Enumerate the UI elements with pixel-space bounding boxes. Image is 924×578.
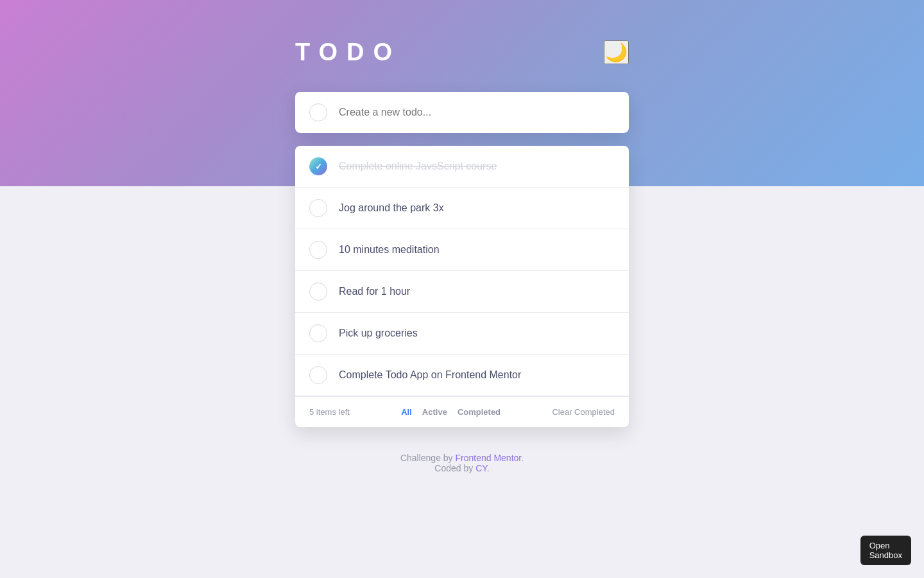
- app-title: TODO: [295, 39, 401, 66]
- todo-text-5: Pick up groceries: [339, 328, 615, 339]
- footer-credit: Challenge by Frontend Mentor. Coded by C…: [295, 453, 629, 473]
- credit-period2: .: [487, 463, 490, 473]
- credit-prefix: Challenge by: [400, 453, 456, 463]
- todo-checkbox-2[interactable]: [309, 199, 327, 217]
- new-todo-input[interactable]: [339, 107, 615, 118]
- todo-checkbox-4[interactable]: [309, 283, 327, 301]
- new-todo-circle-button[interactable]: [309, 103, 327, 121]
- todo-list-card: Complete online JavsScript course Jog ar…: [295, 146, 629, 427]
- items-left-count: 5 items left: [309, 407, 350, 417]
- theme-toggle-button[interactable]: 🌙: [604, 40, 629, 64]
- todo-item-1[interactable]: Complete online JavsScript course: [295, 146, 629, 188]
- todo-text-6: Complete Todo App on Frontend Mentor: [339, 369, 615, 381]
- todo-text-2: Jog around the park 3x: [339, 202, 615, 214]
- filter-all-button[interactable]: All: [401, 407, 412, 417]
- todo-item-6[interactable]: Complete Todo App on Frontend Mentor: [295, 355, 629, 396]
- sandbox-badge[interactable]: OpenSandbox: [860, 536, 911, 565]
- todo-item-5[interactable]: Pick up groceries: [295, 313, 629, 355]
- filter-completed-button[interactable]: Completed: [458, 407, 501, 417]
- todo-text-4: Read for 1 hour: [339, 286, 615, 297]
- frontend-mentor-link[interactable]: Frontend Mentor: [456, 453, 522, 463]
- credit-coded-by: Coded by: [434, 463, 475, 473]
- todo-item-3[interactable]: 10 minutes meditation: [295, 229, 629, 271]
- filter-group: All Active Completed: [401, 407, 501, 417]
- todo-checkbox-6[interactable]: [309, 366, 327, 384]
- app-header: TODO 🌙: [295, 39, 629, 66]
- cy-link[interactable]: CY: [475, 463, 487, 473]
- todo-checkbox-1[interactable]: [309, 157, 327, 175]
- new-todo-card: [295, 92, 629, 133]
- todo-item-2[interactable]: Jog around the park 3x: [295, 188, 629, 229]
- todo-footer: 5 items left All Active Completed Clear …: [295, 396, 629, 427]
- filter-active-button[interactable]: Active: [422, 407, 447, 417]
- clear-completed-button[interactable]: Clear Completed: [552, 407, 615, 417]
- main-container: TODO 🌙 Complete online JavsScript course…: [295, 0, 629, 473]
- todo-text-3: 10 minutes meditation: [339, 244, 615, 256]
- todo-checkbox-5[interactable]: [309, 324, 327, 342]
- todo-item-4[interactable]: Read for 1 hour: [295, 271, 629, 313]
- todo-text-1: Complete online JavsScript course: [339, 161, 615, 172]
- credit-period1: .: [521, 453, 524, 463]
- todo-checkbox-3[interactable]: [309, 241, 327, 259]
